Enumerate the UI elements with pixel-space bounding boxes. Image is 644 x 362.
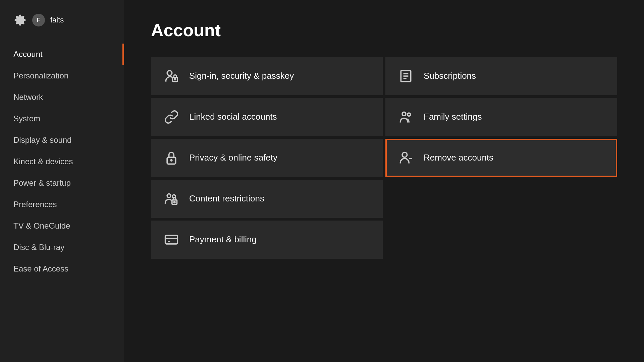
- tile-sign-in-security[interactable]: Sign-in, security & passkey: [151, 57, 383, 95]
- tile-subscriptions[interactable]: Subscriptions: [385, 57, 617, 95]
- svg-point-13: [167, 194, 171, 197]
- svg-point-16: [174, 201, 175, 203]
- person-lock-icon: [163, 68, 180, 84]
- card-icon: [163, 231, 180, 248]
- settings-grid: Sign-in, security & passkey Subscription…: [151, 57, 617, 259]
- sidebar-item-personalization[interactable]: Personalization: [0, 65, 124, 86]
- svg-point-7: [402, 112, 406, 116]
- svg-rect-17: [165, 235, 178, 244]
- tile-payment-billing[interactable]: Payment & billing: [151, 221, 383, 259]
- svg-point-8: [408, 113, 411, 116]
- svg-point-10: [171, 160, 172, 161]
- sidebar-header: F faits: [0, 13, 124, 44]
- main-content: Account Sign-in, security & passkey Subs…: [124, 0, 644, 362]
- svg-point-2: [174, 78, 176, 80]
- tile-label-sign-in-security: Sign-in, security & passkey: [189, 70, 294, 82]
- family-lock-icon: [163, 190, 180, 207]
- sidebar-item-kinect-devices[interactable]: Kinect & devices: [0, 151, 124, 172]
- svg-point-0: [167, 71, 172, 76]
- sidebar: F faits AccountPersonalizationNetworkSys…: [0, 0, 124, 362]
- sidebar-item-disc-bluray[interactable]: Disc & Blu-ray: [0, 237, 124, 258]
- link-icon: [163, 109, 180, 125]
- sidebar-item-ease-access[interactable]: Ease of Access: [0, 258, 124, 280]
- app-container: F faits AccountPersonalizationNetworkSys…: [0, 0, 644, 362]
- lock-icon: [163, 149, 180, 166]
- tile-label-linked-social: Linked social accounts: [189, 111, 277, 123]
- sidebar-item-account[interactable]: Account: [0, 44, 124, 65]
- person-remove-icon: [397, 149, 414, 166]
- tile-remove-accounts[interactable]: Remove accounts: [385, 139, 617, 177]
- sidebar-item-power-startup[interactable]: Power & startup: [0, 172, 124, 194]
- sidebar-item-preferences[interactable]: Preferences: [0, 194, 124, 215]
- tile-label-remove-accounts: Remove accounts: [424, 152, 493, 164]
- tile-family-settings[interactable]: Family settings: [385, 98, 617, 136]
- family-icon: [397, 109, 414, 125]
- tile-linked-social[interactable]: Linked social accounts: [151, 98, 383, 136]
- svg-point-11: [402, 153, 407, 158]
- page-title: Account: [151, 20, 617, 40]
- tile-label-content-restrictions: Content restrictions: [189, 193, 264, 204]
- settings-gear-icon[interactable]: [13, 13, 27, 27]
- list-doc-icon: [397, 68, 414, 84]
- tile-label-family-settings: Family settings: [424, 111, 482, 123]
- sidebar-item-tv-oneguide[interactable]: TV & OneGuide: [0, 215, 124, 237]
- sidebar-navigation: AccountPersonalizationNetworkSystemDispl…: [0, 44, 124, 280]
- sidebar-item-system[interactable]: System: [0, 108, 124, 129]
- username-label: faits: [50, 16, 64, 24]
- tile-content-restrictions[interactable]: Content restrictions: [151, 180, 383, 218]
- user-avatar: F: [32, 14, 45, 26]
- tile-privacy-safety[interactable]: Privacy & online safety: [151, 139, 383, 177]
- sidebar-item-display-sound[interactable]: Display & sound: [0, 129, 124, 151]
- tile-label-subscriptions: Subscriptions: [424, 70, 476, 82]
- tile-label-payment-billing: Payment & billing: [189, 234, 257, 245]
- sidebar-item-network[interactable]: Network: [0, 86, 124, 108]
- tile-label-privacy-safety: Privacy & online safety: [189, 152, 277, 164]
